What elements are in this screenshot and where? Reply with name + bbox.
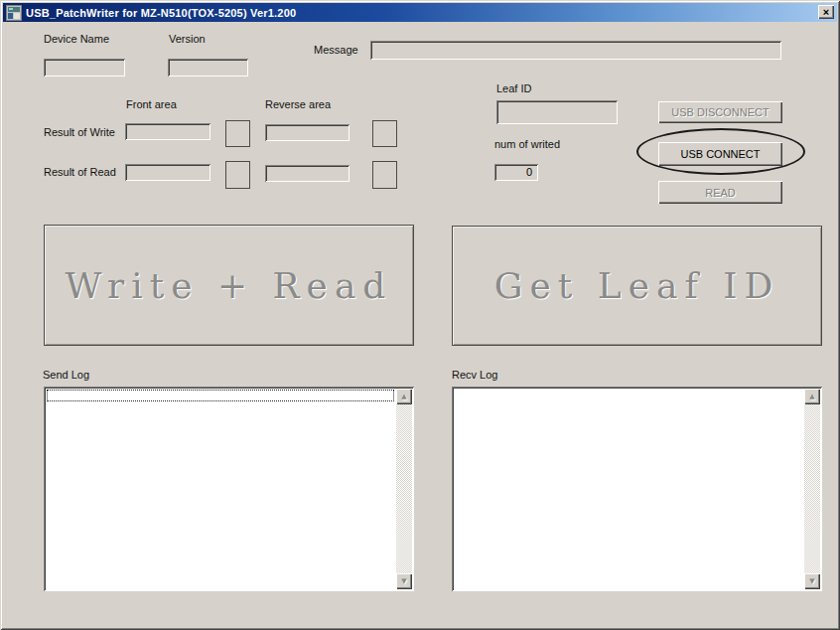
- app-icon: [6, 5, 22, 21]
- scroll-up-icon[interactable]: ▲: [396, 389, 412, 404]
- write-front-indicator: [225, 120, 250, 147]
- scroll-up-icon[interactable]: ▲: [804, 389, 820, 404]
- write-front-field[interactable]: [125, 123, 210, 140]
- read-button[interactable]: READ: [658, 181, 782, 204]
- leaf-id-field[interactable]: [496, 100, 618, 124]
- reverse-area-label: Reverse area: [265, 98, 331, 110]
- num-of-writed-field[interactable]: 0: [494, 164, 538, 181]
- scroll-down-icon[interactable]: ▼: [396, 573, 412, 589]
- send-log-selected-row: [47, 390, 394, 401]
- usb-disconnect-button[interactable]: USB DISCONNECT: [658, 101, 782, 123]
- close-icon: ×: [823, 6, 829, 18]
- device-name-label: Device Name: [44, 33, 109, 45]
- window-title: USB_PatchWriter for MZ-N510(TOX-5205) Ve…: [26, 7, 296, 19]
- read-reverse-field[interactable]: [265, 165, 350, 182]
- recv-log-scrollbar[interactable]: ▲ ▼: [804, 389, 820, 589]
- write-read-button[interactable]: Write + Read: [44, 225, 414, 346]
- version-field[interactable]: [168, 59, 248, 77]
- send-log-label: Send Log: [43, 369, 89, 381]
- write-reverse-indicator: [372, 120, 397, 147]
- usb-connect-button[interactable]: USB CONNECT: [658, 142, 782, 166]
- recv-log-label: Recv Log: [452, 369, 497, 381]
- message-field[interactable]: [370, 41, 781, 60]
- result-of-read-label: Result of Read: [44, 166, 116, 178]
- app-window: USB_PatchWriter for MZ-N510(TOX-5205) Ve…: [0, 0, 840, 630]
- result-of-write-label: Result of Write: [44, 126, 115, 138]
- send-log-scrollbar[interactable]: ▲ ▼: [396, 389, 412, 589]
- write-reverse-field[interactable]: [265, 124, 350, 141]
- read-front-indicator: [225, 161, 250, 189]
- device-name-field[interactable]: [44, 59, 125, 77]
- read-front-field[interactable]: [125, 164, 210, 181]
- get-leaf-id-button[interactable]: Get Leaf ID: [452, 226, 822, 346]
- scroll-down-icon[interactable]: ▼: [804, 573, 820, 589]
- message-label: Message: [314, 44, 358, 56]
- version-label: Version: [169, 33, 206, 45]
- title-bar: USB_PatchWriter for MZ-N510(TOX-5205) Ve…: [3, 3, 837, 22]
- read-reverse-indicator: [372, 161, 397, 189]
- close-button[interactable]: ×: [818, 5, 834, 19]
- send-log-list[interactable]: ▲ ▼: [44, 387, 414, 591]
- num-of-writed-label: num of writed: [494, 138, 560, 150]
- recv-log-list[interactable]: ▲ ▼: [452, 387, 822, 591]
- front-area-label: Front area: [126, 98, 177, 110]
- leaf-id-label: Leaf ID: [496, 82, 531, 94]
